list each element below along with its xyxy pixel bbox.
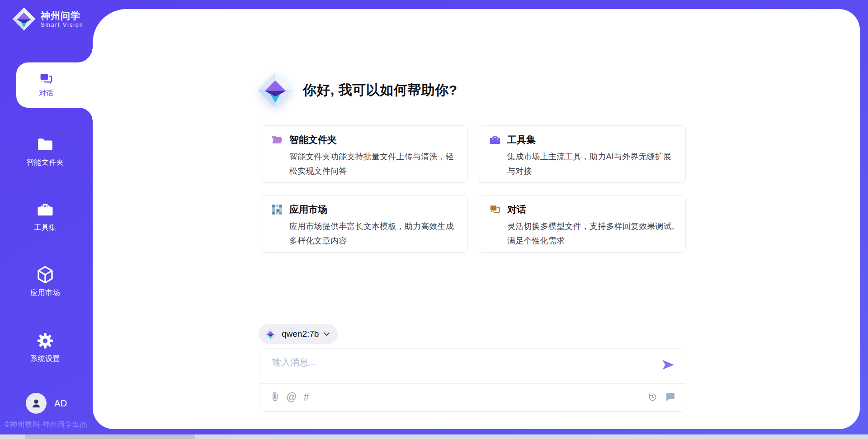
sidebar-item-market[interactable]: 应用市场 <box>0 264 90 298</box>
card-description: 灵活切换多模型文件，支持多样回复效果调试,满足个性化需求 <box>507 219 678 248</box>
send-button[interactable] <box>661 359 675 372</box>
card-title: 应用市场 <box>289 203 327 216</box>
gear-icon <box>36 332 54 350</box>
sidebar-item-label: 对话 <box>39 89 53 98</box>
sidebar: 神州问学 Smart Vision 对话 智能文件夹 <box>0 0 93 439</box>
chevron-down-icon <box>324 332 330 336</box>
message-icon[interactable] <box>665 392 676 402</box>
folder-open-icon <box>271 134 283 146</box>
avatar <box>26 393 47 414</box>
card-chat[interactable]: 对话 灵活切换多模型文件，支持多样回复效果调试,满足个性化需求 <box>479 195 686 253</box>
card-description: 应用市场提供丰富长文本模板，助力高效生成多样化文章内容 <box>289 219 460 248</box>
user-profile[interactable]: AD <box>26 393 67 414</box>
briefcase-icon <box>37 202 54 217</box>
card-title: 对话 <box>507 203 526 216</box>
card-title: 智能文件夹 <box>289 134 337 146</box>
sidebar-item-label: 工具集 <box>0 223 90 233</box>
card-toolset[interactable]: 工具集 集成市场上主流工具，助力AI与外界无缝扩展与对接 <box>479 125 686 183</box>
paperclip-icon[interactable] <box>270 391 279 403</box>
cube-icon <box>36 265 54 284</box>
user-name: AD <box>54 398 67 409</box>
main-panel: 你好, 我可以如何帮助你? 智能文件夹 智能文件夹功能支持批量文件上传与清洗，轻… <box>93 9 860 429</box>
briefcase-icon <box>489 134 501 146</box>
brand-subtitle: Smart Vision <box>41 22 84 29</box>
sidebar-item-folders[interactable]: 智能文件夹 <box>0 134 90 167</box>
sidebar-item-settings[interactable]: 系统设置 <box>0 330 90 364</box>
sidebar-item-label: 应用市场 <box>0 288 90 298</box>
chat-bubbles-icon <box>39 72 53 85</box>
card-description: 智能文件夹功能支持批量文件上传与清洗，轻松实现文件问答 <box>289 149 460 178</box>
app-grid-icon <box>271 204 283 215</box>
brand-name: 神州问学 <box>41 10 84 22</box>
scrollbar-thumb[interactable] <box>25 434 195 439</box>
brand-diamond-icon <box>264 328 277 340</box>
greeting-title: 你好, 我可以如何帮助你? <box>303 81 458 100</box>
feature-cards: 智能文件夹 智能文件夹功能支持批量文件上传与清洗，轻松实现文件问答 工具集 集成… <box>261 125 686 253</box>
message-composer: @ # <box>260 348 686 412</box>
message-input[interactable] <box>271 355 644 381</box>
send-icon <box>661 359 675 371</box>
greeting-block: 你好, 我可以如何帮助你? <box>257 72 458 109</box>
brand-diamond-icon <box>12 7 36 31</box>
history-icon[interactable] <box>647 392 658 402</box>
card-description: 集成市场上主流工具，助力AI与外界无缝扩展与对接 <box>507 149 678 178</box>
sidebar-item-label: 智能文件夹 <box>0 158 90 167</box>
card-title: 工具集 <box>507 134 536 146</box>
brand-logo: 神州问学 Smart Vision <box>12 7 84 31</box>
chat-bubbles-icon <box>489 204 501 215</box>
composer-divider <box>260 383 686 384</box>
brand-diamond-icon <box>257 72 294 109</box>
sidebar-item-tools[interactable]: 工具集 <box>0 199 90 233</box>
card-app-market[interactable]: 应用市场 应用市场提供丰富长文本模板，助力高效生成多样化文章内容 <box>261 195 468 253</box>
model-name: qwen2:7b <box>282 329 319 339</box>
sidebar-item-label: 系统设置 <box>0 354 90 364</box>
hash-icon[interactable]: # <box>303 392 309 402</box>
model-selector[interactable]: qwen2:7b <box>259 324 338 344</box>
folder-icon <box>37 138 53 151</box>
at-sign-icon[interactable]: @ <box>286 392 297 402</box>
sidebar-item-chat[interactable]: 对话 <box>16 62 93 108</box>
sidebar-footer: ©神州数码·神州问学出品 <box>5 420 87 429</box>
user-avatar-icon <box>30 397 42 409</box>
horizontal-scrollbar[interactable] <box>0 434 868 439</box>
card-smart-folders[interactable]: 智能文件夹 智能文件夹功能支持批量文件上传与清洗，轻松实现文件问答 <box>261 125 468 183</box>
